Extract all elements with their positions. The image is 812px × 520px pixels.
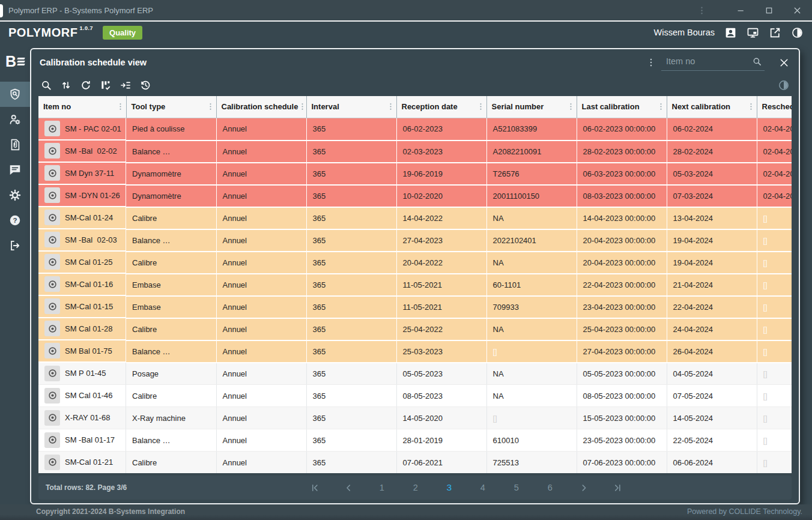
modal-menu-kebab-icon[interactable]: [646, 57, 656, 68]
table-row[interactable]: SM P 01-45PosageAnnuel36505-05-2023NA05-…: [38, 363, 792, 385]
maximize-button[interactable]: [764, 5, 774, 16]
column-label: Reschedule: [762, 102, 792, 111]
column-menu-kebab-icon[interactable]: [298, 102, 306, 111]
cell-reschedule: []: [757, 318, 792, 340]
sidebar-item-messages[interactable]: [0, 157, 30, 183]
table-row[interactable]: X-RAY 01-68X-Ray machineAnnuel36514-05-2…: [38, 407, 792, 429]
module-badge[interactable]: Quality: [103, 26, 142, 40]
row-select-radio-icon[interactable]: [44, 410, 60, 426]
search-icon[interactable]: [752, 56, 762, 67]
table-row[interactable]: SM-Cal 01-24CalibreAnnuel36514-04-2022NA…: [38, 207, 792, 229]
column-menu-kebab-icon[interactable]: [566, 102, 575, 111]
toolbar-columns-check-button[interactable]: [100, 79, 112, 91]
column-label: Serial number: [492, 102, 544, 111]
toolbar-refresh-button[interactable]: [80, 79, 92, 91]
table-row[interactable]: SM Cal 01-25CalibreAnnuel36520-04-2022NA…: [38, 252, 792, 274]
header-monitor-icon[interactable]: [747, 26, 759, 39]
pagination-first-button[interactable]: [307, 482, 323, 494]
cell-serial_number: NA: [486, 318, 577, 340]
table-row[interactable]: SM -Bal 01-17Balance …Annuel36528-01-201…: [38, 429, 792, 452]
header-account-box-icon[interactable]: [724, 26, 737, 39]
sidebar-item-quality-control[interactable]: [0, 82, 30, 107]
table-row[interactable]: SM Dyn 37-11DynamomètreAnnuel36519-06-20…: [38, 163, 792, 185]
column-header-next_calibration[interactable]: Next calibration: [667, 96, 757, 118]
table-row[interactable]: SM-Cal 01-16EmbaseAnnuel36511-05-202160-…: [38, 274, 792, 296]
header-contrast-icon[interactable]: [791, 26, 804, 39]
row-select-radio-icon[interactable]: [44, 343, 60, 358]
column-header-last_calibration[interactable]: Last calibration: [577, 96, 667, 118]
column-header-serial_number[interactable]: Serial number: [486, 96, 577, 118]
table-row[interactable]: SM Cal 01-46CalibreAnnuel36508-05-2023NA…: [38, 385, 792, 407]
sidebar-item-settings[interactable]: [0, 183, 30, 208]
cell-item_no: SM Bal 01-75: [38, 340, 126, 363]
sidebar-item-user-management[interactable]: [0, 107, 30, 132]
row-select-radio-icon[interactable]: [44, 232, 60, 247]
row-select-radio-icon[interactable]: [44, 298, 60, 314]
cell-item_no: SM -Bal 02-03: [38, 229, 126, 252]
column-menu-kebab-icon[interactable]: [747, 102, 756, 111]
row-select-radio-icon[interactable]: [44, 432, 60, 448]
column-menu-kebab-icon[interactable]: [116, 102, 125, 111]
pagination-prev-button[interactable]: [341, 482, 356, 494]
cell-reschedule: []: [757, 407, 792, 429]
pagination-last-button[interactable]: [610, 482, 625, 494]
table-row[interactable]: SM-Cal 01-21CalibreAnnuel36507-06-202172…: [38, 452, 792, 474]
sidebar-item-help[interactable]: ?: [0, 208, 30, 233]
cell-calibration_schedule: Annuel: [216, 318, 306, 340]
row-select-radio-icon[interactable]: [44, 455, 60, 470]
row-select-radio-icon[interactable]: [44, 210, 60, 225]
cell-next_calibration: 26-04-2024: [667, 340, 757, 363]
column-header-calibration_schedule[interactable]: Calibration schedule: [216, 96, 306, 118]
toolbar-history-button[interactable]: [139, 79, 151, 91]
table-row[interactable]: SM Cal 01-28CalibreAnnuel36525-04-2022NA…: [38, 318, 792, 340]
page-button-1[interactable]: 1: [374, 483, 390, 492]
cell-item_no: SM Dyn 37-11: [38, 163, 126, 185]
row-select-radio-icon[interactable]: [44, 165, 60, 181]
row-select-radio-icon[interactable]: [44, 321, 60, 336]
row-select-radio-icon[interactable]: [44, 187, 60, 203]
toolbar-sort-button[interactable]: [60, 79, 72, 91]
row-select-radio-icon[interactable]: [44, 143, 60, 159]
modal-close-button[interactable]: [778, 56, 790, 69]
page-button-3[interactable]: 3: [441, 482, 457, 493]
column-menu-kebab-icon[interactable]: [656, 102, 665, 111]
table-row[interactable]: SM -Bal 02-02Balance …Annuel36502-03-202…: [38, 141, 792, 163]
cell-reschedule: 02-04-2024: [757, 185, 792, 207]
table-row[interactable]: SM Bal 01-75Balance …Annuel36525-03-2023…: [38, 340, 792, 363]
window-menu-button[interactable]: [697, 5, 707, 16]
search-input[interactable]: [661, 54, 765, 71]
cell-tool_type: Embase: [126, 274, 216, 296]
toolbar-search-button[interactable]: [40, 79, 52, 91]
column-menu-kebab-icon[interactable]: [476, 102, 485, 111]
sidebar-item-logout[interactable]: [0, 233, 30, 258]
table-row[interactable]: SM-Cal 01-15EmbaseAnnuel36511-05-2021709…: [38, 296, 792, 318]
row-select-radio-icon[interactable]: [44, 121, 60, 136]
column-header-reschedule[interactable]: Reschedule: [757, 96, 792, 118]
powered-by-link[interactable]: Powered by COLLIDE Technology.: [687, 507, 802, 516]
close-button[interactable]: [792, 5, 802, 16]
sidebar-item-documents[interactable]: [0, 132, 30, 157]
cell-tool_type: Dynamomètre: [126, 185, 216, 207]
column-menu-kebab-icon[interactable]: [386, 102, 395, 111]
column-header-tool_type[interactable]: Tool type: [126, 96, 216, 118]
page-button-6[interactable]: 6: [542, 483, 558, 492]
table-contrast-toggle[interactable]: [778, 79, 790, 91]
row-select-radio-icon[interactable]: [44, 276, 60, 292]
page-button-5[interactable]: 5: [509, 483, 524, 492]
header-open-in-new-icon[interactable]: [769, 26, 781, 39]
page-button-4[interactable]: 4: [475, 483, 491, 492]
pagination-next-button[interactable]: [576, 482, 592, 494]
column-header-reception_date[interactable]: Reception date: [396, 96, 486, 118]
toolbar-insert-row-button[interactable]: [120, 79, 132, 91]
minimize-button[interactable]: [736, 5, 746, 16]
column-header-interval[interactable]: Interval: [306, 96, 396, 118]
row-select-radio-icon[interactable]: [44, 254, 60, 270]
row-select-radio-icon[interactable]: [44, 366, 60, 381]
column-header-item_no[interactable]: Item no: [38, 96, 126, 118]
page-button-2[interactable]: 2: [408, 483, 423, 492]
table-row[interactable]: SM -DYN 01-26DynamomètreAnnuel36510-02-2…: [38, 185, 792, 207]
column-menu-kebab-icon[interactable]: [206, 102, 215, 111]
row-select-radio-icon[interactable]: [44, 388, 60, 404]
table-row[interactable]: SM -Bal 02-03Balance …Annuel36527-04-202…: [38, 229, 792, 252]
table-row[interactable]: SM - PAC 02-01Pied à coulisseAnnuel36506…: [38, 118, 792, 141]
